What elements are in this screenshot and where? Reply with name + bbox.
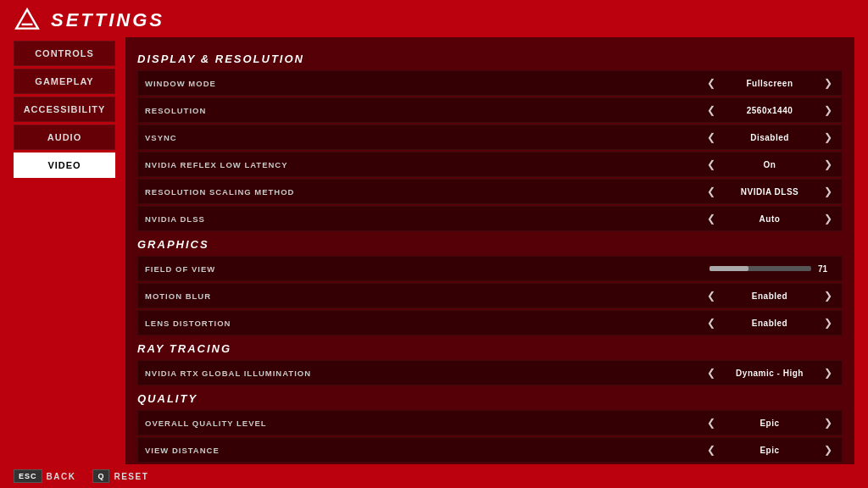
setting-label-overall-quality: OVERALL QUALITY LEVEL [145,419,704,428]
footer: ESC BACK Q RESET [0,464,868,488]
setting-row-resolution: RESOLUTION❮2560x1440❯ [137,97,843,123]
sidebar-item-gameplay[interactable]: GAMEPLAY [14,69,115,94]
setting-value-lens-distortion: Enabled [723,319,816,328]
arrow-right-motion-blur[interactable]: ❯ [821,290,835,302]
setting-control-vsync: ❮Disabled❯ [704,131,835,143]
setting-label-fov: FIELD OF VIEW [145,264,709,274]
reset-label: RESET [114,472,148,481]
setting-value-resolution: 2560x1440 [723,106,816,115]
setting-row-nvidia-dlss: NVIDIA DLSS❮Auto❯ [137,206,843,231]
setting-row-resolution-scaling: RESOLUTION SCALING METHOD❮NVIDIA DLSS❯ [137,179,843,204]
setting-label-nvidia-reflex: NVIDIA REFLEX LOW LATENCY [145,160,704,169]
setting-control-rtx-gi: ❮Dynamic - High❯ [704,367,835,379]
slider-value-fov: 71 [818,264,835,274]
setting-label-motion-blur: MOTION BLUR [145,291,704,301]
arrow-left-nvidia-dlss[interactable]: ❮ [704,213,718,225]
settings-panel: DISPLAY & RESOLUTIONWINDOW MODE❮Fullscre… [125,37,854,464]
setting-value-nvidia-dlss: Auto [723,214,816,224]
setting-label-nvidia-dlss: NVIDIA DLSS [145,214,704,224]
svg-marker-0 [16,9,38,28]
back-button[interactable]: ESC BACK [14,469,75,483]
arrow-right-overall-quality[interactable]: ❯ [821,417,835,429]
setting-control-window-mode: ❮Fullscreen❯ [704,77,835,89]
arrow-right-nvidia-reflex[interactable]: ❯ [821,158,835,170]
section-title-ray-tracing: RAY TRACING [137,342,843,355]
sidebar-item-accessibility[interactable]: ACCESSIBILITY [14,97,115,122]
arrow-right-rtx-gi[interactable]: ❯ [821,367,835,379]
setting-row-vsync: VSYNC❮Disabled❯ [137,125,843,150]
arrow-left-rtx-gi[interactable]: ❮ [704,367,718,379]
setting-label-lens-distortion: LENS DISTORTION [145,319,704,328]
main-content: CONTROLSGAMEPLAYACCESSIBILITYAUDIOVIDEO … [0,37,868,464]
setting-value-vsync: Disabled [723,133,816,142]
arrow-left-vsync[interactable]: ❮ [704,131,718,143]
setting-control-motion-blur: ❮Enabled❯ [704,290,835,302]
arrow-right-resolution-scaling[interactable]: ❯ [821,186,835,197]
arrow-right-window-mode[interactable]: ❯ [821,77,835,89]
setting-control-overall-quality: ❮Epic❯ [704,417,835,429]
setting-row-lens-distortion: LENS DISTORTION❮Enabled❯ [137,310,843,336]
arrow-right-view-distance[interactable]: ❯ [821,444,835,456]
setting-value-view-distance: Epic [723,446,816,455]
setting-label-vsync: VSYNC [145,133,704,142]
reset-button[interactable]: Q RESET [92,469,148,483]
arrow-right-nvidia-dlss[interactable]: ❯ [821,213,835,225]
setting-control-resolution: ❮2560x1440❯ [704,104,835,116]
slider-control-fov[interactable]: 71 [709,264,835,274]
back-label: BACK [47,472,76,481]
section-title-display-resolution: DISPLAY & RESOLUTION [137,53,843,65]
setting-control-view-distance: ❮Epic❯ [704,444,835,456]
page-title: SETTINGS [51,9,164,31]
setting-row-fov: FIELD OF VIEW71 [137,256,843,281]
setting-value-resolution-scaling: NVIDIA DLSS [723,187,816,197]
reset-key: Q [92,469,109,483]
arrow-left-window-mode[interactable]: ❮ [704,77,718,89]
sidebar: CONTROLSGAMEPLAYACCESSIBILITYAUDIOVIDEO [14,37,115,464]
sidebar-item-audio[interactable]: AUDIO [14,125,115,150]
setting-row-view-distance: VIEW DISTANCE❮Epic❯ [137,437,843,463]
arrow-right-lens-distortion[interactable]: ❯ [821,317,835,329]
setting-value-nvidia-reflex: On [723,160,816,169]
arrow-left-resolution-scaling[interactable]: ❮ [704,186,718,197]
setting-label-resolution-scaling: RESOLUTION SCALING METHOD [145,187,704,197]
section-title-quality: QUALITY [137,392,843,405]
setting-row-window-mode: WINDOW MODE❮Fullscreen❯ [137,70,843,96]
arrow-left-view-distance[interactable]: ❮ [704,444,718,456]
setting-label-resolution: RESOLUTION [145,106,704,115]
sidebar-item-controls[interactable]: CONTROLS [14,41,115,66]
sidebar-item-video[interactable]: VIDEO [14,152,115,178]
slider-track-fov[interactable] [709,266,811,271]
setting-label-view-distance: VIEW DISTANCE [145,446,704,455]
setting-value-window-mode: Fullscreen [723,79,816,88]
arrow-right-resolution[interactable]: ❯ [821,104,835,116]
setting-row-overall-quality: OVERALL QUALITY LEVEL❮Epic❯ [137,410,843,435]
back-key: ESC [14,469,42,483]
arrow-left-lens-distortion[interactable]: ❮ [704,317,718,329]
logo-icon [14,7,41,34]
setting-control-resolution-scaling: ❮NVIDIA DLSS❯ [704,186,835,197]
setting-control-nvidia-reflex: ❮On❯ [704,158,835,170]
setting-label-rtx-gi: NVIDIA RTX GLOBAL ILLUMINATION [145,369,704,378]
setting-value-overall-quality: Epic [723,419,816,428]
header: SETTINGS [0,0,868,37]
arrow-left-resolution[interactable]: ❮ [704,104,718,116]
section-title-graphics: GRAPHICS [137,238,843,251]
arrow-left-motion-blur[interactable]: ❮ [704,290,718,302]
arrow-left-nvidia-reflex[interactable]: ❮ [704,158,718,170]
setting-row-motion-blur: MOTION BLUR❮Enabled❯ [137,283,843,308]
arrow-left-overall-quality[interactable]: ❮ [704,417,718,429]
setting-control-nvidia-dlss: ❮Auto❯ [704,213,835,225]
setting-row-nvidia-reflex: NVIDIA REFLEX LOW LATENCY❮On❯ [137,152,843,177]
setting-value-motion-blur: Enabled [723,291,816,301]
setting-control-lens-distortion: ❮Enabled❯ [704,317,835,329]
setting-row-rtx-gi: NVIDIA RTX GLOBAL ILLUMINATION❮Dynamic -… [137,360,843,385]
setting-value-rtx-gi: Dynamic - High [723,369,816,378]
arrow-right-vsync[interactable]: ❯ [821,131,835,143]
setting-label-window-mode: WINDOW MODE [145,79,704,88]
